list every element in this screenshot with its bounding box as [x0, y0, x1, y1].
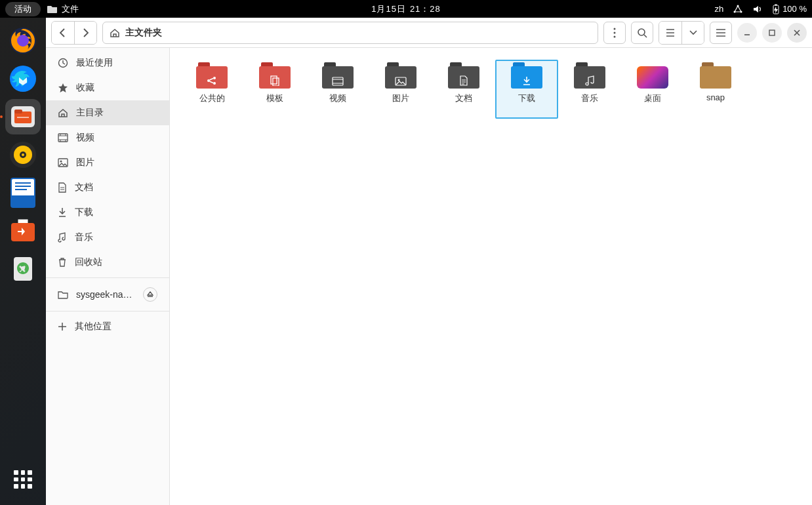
sidebar-item-recent[interactable]: 最近使用: [46, 51, 169, 75]
volume-icon[interactable]: [752, 5, 763, 14]
ubuntu-dock: [0, 18, 46, 505]
sidebar-item-label: 图片: [76, 157, 157, 169]
download-icon: [58, 207, 67, 218]
sidebar-item-label: 其他位置: [75, 321, 157, 333]
svg-point-23: [21, 266, 25, 270]
apps-grid-icon: [14, 470, 32, 489]
svg-rect-4: [775, 4, 777, 5]
list-view-button[interactable]: [659, 22, 681, 44]
folder-downloads[interactable]: 下载: [495, 60, 558, 119]
sidebar-item-other-locations[interactable]: 其他位置: [46, 314, 169, 339]
svg-rect-17: [11, 195, 35, 207]
back-button[interactable]: [52, 22, 74, 44]
sidebar-item-home[interactable]: 主目录: [46, 100, 169, 125]
folder-snap[interactable]: snap: [684, 60, 747, 119]
folder-label: 文档: [455, 92, 472, 104]
maximize-icon: [769, 30, 775, 36]
clock-icon: [58, 58, 68, 68]
svg-point-35: [213, 77, 216, 79]
video-icon: [58, 133, 68, 142]
folder-label: 音乐: [581, 92, 598, 104]
svg-point-26: [614, 35, 616, 37]
input-language-indicator[interactable]: zh: [714, 4, 723, 14]
places-sidebar: 最近使用 收藏 主目录 视频 图片: [46, 48, 170, 505]
eject-icon: [147, 291, 153, 298]
svg-rect-18: [15, 182, 31, 184]
dock-trash[interactable]: [5, 251, 41, 287]
folder-public[interactable]: 公共的: [180, 60, 243, 119]
file-view[interactable]: 公共的模板视频图片文档下载音乐桌面snap: [170, 48, 812, 505]
current-app-indicator[interactable]: 文件: [47, 3, 79, 15]
svg-point-6: [17, 35, 29, 47]
battery-percent: 100 %: [782, 4, 807, 14]
sidebar-item-pictures[interactable]: 图片: [46, 150, 169, 175]
sidebar-item-label: 视频: [76, 132, 157, 144]
plus-icon: [58, 322, 67, 331]
dock-thunderbird[interactable]: [5, 61, 41, 96]
folder-documents[interactable]: 文档: [432, 60, 495, 119]
dock-rhythmbox[interactable]: [5, 137, 41, 172]
home-icon: [58, 108, 68, 118]
hamburger-menu-button[interactable]: [710, 22, 732, 44]
path-bar[interactable]: 主文件夹: [102, 22, 598, 44]
sidebar-item-starred[interactable]: 收藏: [46, 75, 169, 100]
folder-label: 模板: [266, 92, 283, 104]
view-options-button[interactable]: [681, 22, 704, 44]
trash-icon: [58, 257, 67, 268]
folder-icon: [259, 62, 291, 89]
folder-desktop[interactable]: 桌面: [621, 60, 684, 119]
sidebar-item-trash[interactable]: 回收站: [46, 250, 169, 275]
dock-show-apps[interactable]: [5, 462, 41, 497]
search-icon: [637, 28, 647, 38]
maximize-button[interactable]: [762, 23, 782, 43]
folder-label: 下载: [518, 92, 535, 104]
svg-rect-31: [58, 134, 68, 142]
sidebar-item-mount[interactable]: sysgeek-nas.l…: [46, 281, 169, 308]
search-button[interactable]: [631, 22, 653, 44]
document-icon: [58, 182, 67, 193]
nav-buttons: [51, 21, 97, 45]
list-icon: [665, 28, 676, 37]
image-icon: [58, 158, 68, 167]
sidebar-separator: [46, 277, 169, 278]
date-label: 1月15日: [371, 3, 406, 15]
headerbar: 主文件夹: [46, 18, 812, 48]
sidebar-item-downloads[interactable]: 下载: [46, 200, 169, 225]
minimize-button[interactable]: [737, 23, 757, 43]
sidebar-item-music[interactable]: 音乐: [46, 225, 169, 250]
folder-label: snap: [706, 92, 725, 102]
battery-indicator[interactable]: 100 %: [772, 4, 807, 14]
battery-icon: [772, 4, 780, 14]
path-menu-button[interactable]: [603, 22, 626, 44]
sidebar-item-documents[interactable]: 文档: [46, 175, 169, 200]
folder-icon: [637, 62, 668, 89]
folder-pictures[interactable]: 图片: [369, 60, 432, 119]
dock-files[interactable]: [5, 99, 41, 134]
folder-videos[interactable]: 视频: [306, 60, 369, 119]
dock-writer[interactable]: [5, 175, 41, 211]
sidebar-item-label: 音乐: [75, 232, 157, 243]
folder-icon: [574, 62, 605, 89]
network-icon[interactable]: [733, 5, 743, 14]
activities-button[interactable]: 活动: [5, 2, 41, 16]
svg-rect-29: [769, 30, 775, 35]
dock-software[interactable]: [5, 213, 41, 249]
folder-music[interactable]: 音乐: [558, 60, 621, 119]
folder-icon: [385, 62, 416, 89]
sidebar-item-videos[interactable]: 视频: [46, 125, 169, 150]
svg-rect-20: [15, 189, 27, 190]
home-icon: [110, 28, 120, 38]
svg-rect-38: [273, 78, 279, 86]
sidebar-item-label: 收藏: [76, 82, 157, 94]
forward-button[interactable]: [74, 22, 96, 44]
music-icon: [58, 232, 67, 243]
dock-firefox[interactable]: [5, 23, 41, 58]
sidebar-item-label: sysgeek-nas.l…: [76, 289, 135, 300]
folder-templates[interactable]: 模板: [243, 60, 306, 119]
eject-button[interactable]: [143, 287, 157, 302]
close-button[interactable]: [787, 23, 807, 43]
folder-icon: [448, 62, 479, 89]
current-app-label: 文件: [62, 3, 79, 15]
folder-icon: [700, 62, 731, 89]
clock[interactable]: 1月15日 21：28: [371, 3, 441, 15]
